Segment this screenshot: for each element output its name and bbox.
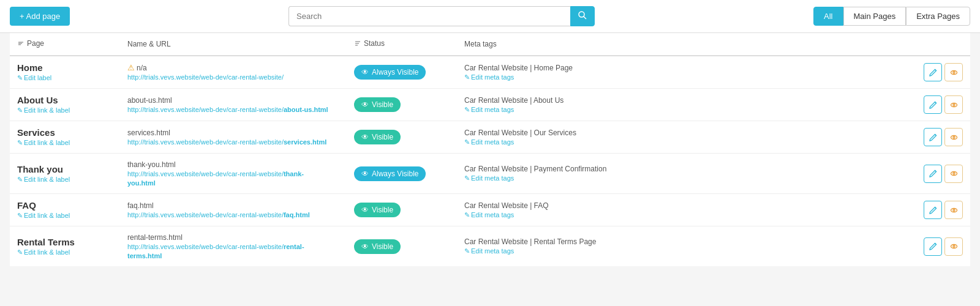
edit-action-button[interactable] [924, 63, 942, 81]
edit-page-link[interactable]: ✎Edit link & label [17, 248, 70, 256]
page-url-link[interactable]: http://trials.vevs.website/web-dev/car-r… [127, 211, 310, 218]
meta-cell: Car Rental Website | Rental Terms Page ✎… [457, 226, 916, 267]
edit-meta-link[interactable]: ✎Edit meta tags [464, 106, 514, 113]
page-url-link[interactable]: http://trials.vevs.website/web-dev/car-r… [127, 106, 328, 113]
pencil-icon: ✎ [17, 74, 23, 81]
page-url-link[interactable]: http://trials.vevs.website/web-dev/car-r… [127, 138, 326, 146]
edit-meta-link[interactable]: ✎Edit meta tags [464, 73, 514, 81]
page-name-text: services.html [127, 129, 170, 137]
actions-cell [916, 226, 970, 267]
status-sort-icon [354, 40, 361, 47]
edit-page-link[interactable]: ✎Edit link & label [17, 212, 70, 219]
eye-action-icon [950, 133, 958, 141]
svg-point-13 [953, 136, 955, 138]
svg-point-9 [953, 72, 955, 73]
edit-pencil-icon [929, 101, 937, 109]
edit-page-link[interactable]: ✎Edit link & label [17, 139, 70, 146]
edit-page-link[interactable]: ✎Edit link & label [17, 106, 70, 114]
edit-page-link[interactable]: ✎Edit label [17, 74, 51, 81]
page-cell: Rental Terms ✎Edit link & label [10, 226, 120, 267]
eye-icon-badge: 👁 [361, 133, 369, 141]
pages-table: Page Name & URL Status Meta tags [10, 33, 970, 266]
action-buttons [924, 128, 963, 146]
col-header-status: Status [347, 33, 457, 56]
status-badge: 👁 Always Visible [354, 166, 426, 181]
meta-cell: Car Rental Website | Home Page ✎Edit met… [457, 56, 916, 89]
view-action-button[interactable] [944, 165, 963, 183]
edit-page-link[interactable]: ✎Edit link & label [17, 176, 70, 183]
edit-action-button[interactable] [924, 237, 942, 256]
table-container: Page Name & URL Status Meta tags [0, 33, 980, 266]
view-action-button[interactable] [944, 237, 963, 256]
pencil-icon: ✎ [17, 176, 23, 183]
sort-icon [17, 40, 24, 47]
status-badge: 👁 Visible [354, 97, 401, 112]
meta-title: Car Rental Website | Payment Confirmatio… [464, 165, 909, 173]
edit-meta-link[interactable]: ✎Edit meta tags [464, 138, 514, 146]
page-cell: About Us ✎Edit link & label [10, 89, 120, 121]
edit-action-button[interactable] [924, 128, 942, 146]
filter-extra-pages-button[interactable]: Extra Pages [906, 7, 970, 26]
page-name: Home [17, 62, 113, 73]
pencil-meta-icon: ✎ [464, 211, 470, 218]
name-url-cell: ⚠n/ahttp://trials.vevs.website/web-dev/c… [120, 56, 347, 89]
edit-pencil-icon [929, 133, 937, 141]
page-name: About Us [17, 95, 113, 105]
eye-icon-badge: 👁 [361, 206, 369, 214]
view-action-button[interactable] [944, 95, 963, 114]
search-icon [578, 11, 587, 20]
svg-point-17 [953, 209, 955, 211]
actions-cell [916, 194, 970, 226]
page-name: Services [17, 127, 113, 138]
page-url-link[interactable]: http://trials.vevs.website/web-dev/car-r… [127, 73, 284, 81]
filter-main-pages-button[interactable]: Main Pages [843, 7, 907, 26]
table-row: Services ✎Edit link & label services.htm… [10, 121, 970, 154]
add-page-button[interactable]: + Add page [10, 7, 70, 26]
search-input[interactable] [288, 6, 570, 26]
pencil-meta-icon: ✎ [464, 106, 470, 113]
view-action-button[interactable] [944, 201, 963, 219]
edit-meta-link[interactable]: ✎Edit meta tags [464, 211, 514, 218]
edit-meta-link[interactable]: ✎Edit meta tags [464, 174, 514, 182]
edit-pencil-icon [929, 242, 937, 250]
page-name-text: n/a [137, 64, 147, 72]
top-bar: + Add page All Main Pages Extra Pages [0, 0, 980, 33]
name-url-cell: faq.htmlhttp://trials.vevs.website/web-d… [120, 194, 347, 226]
search-area [77, 6, 806, 26]
edit-action-button[interactable] [924, 201, 942, 219]
pencil-meta-icon: ✎ [464, 247, 470, 255]
view-action-button[interactable] [944, 128, 963, 146]
edit-meta-link[interactable]: ✎Edit meta tags [464, 247, 514, 255]
page-name: FAQ [17, 200, 113, 211]
pencil-icon: ✎ [17, 139, 23, 146]
eye-action-icon [950, 69, 958, 76]
page-name: Thank you [17, 164, 113, 174]
filter-all-button[interactable]: All [813, 7, 843, 26]
status-cell: 👁 Visible [347, 226, 457, 267]
eye-action-icon [950, 242, 958, 250]
svg-point-11 [953, 104, 955, 106]
edit-action-button[interactable] [924, 165, 942, 183]
meta-title: Car Rental Website | Our Services [464, 129, 909, 137]
edit-action-button[interactable] [924, 95, 942, 114]
name-url-cell: rental-terms.htmlhttp://trials.vevs.webs… [120, 226, 347, 267]
edit-pencil-icon [929, 170, 937, 177]
page-url-link[interactable]: http://trials.vevs.website/web-dev/car-r… [127, 170, 304, 187]
eye-icon-badge: 👁 [361, 68, 369, 76]
page-name-text: thank-you.html [127, 160, 176, 169]
url-bold: about-us.html [284, 106, 328, 113]
actions-cell [916, 154, 970, 194]
svg-point-15 [953, 173, 955, 174]
actions-cell [916, 56, 970, 89]
search-button[interactable] [570, 6, 595, 26]
status-cell: 👁 Visible [347, 194, 457, 226]
filter-buttons: All Main Pages Extra Pages [813, 7, 970, 26]
page-url-link[interactable]: http://trials.vevs.website/web-dev/car-r… [127, 243, 304, 259]
view-action-button[interactable] [944, 63, 963, 81]
status-badge: 👁 Visible [354, 130, 401, 144]
meta-title: Car Rental Website | About Us [464, 96, 909, 105]
actions-cell [916, 121, 970, 154]
action-buttons [924, 95, 963, 114]
url-bold: rental-terms.html [127, 243, 304, 259]
action-buttons [924, 63, 963, 81]
